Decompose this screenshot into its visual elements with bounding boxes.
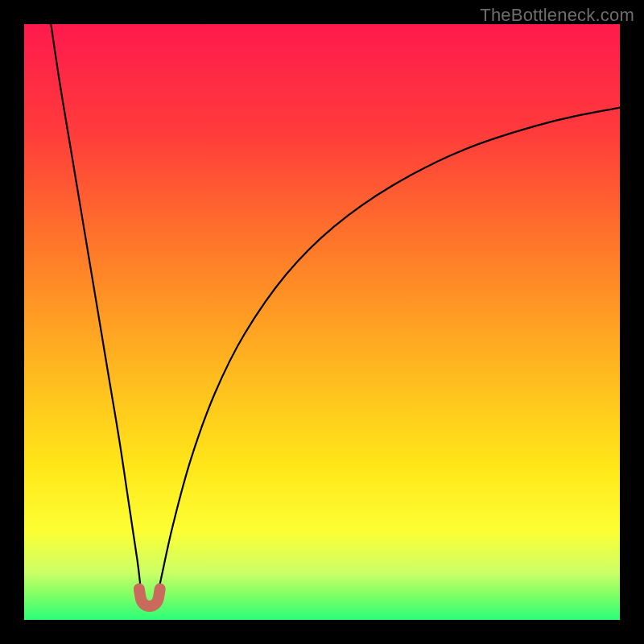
outer-frame: TheBottleneck.com [0, 0, 644, 644]
left-branch-curve [51, 24, 143, 605]
right-branch-curve [155, 108, 620, 605]
bottom-u-marker [139, 589, 160, 607]
watermark-text: TheBottleneck.com [480, 5, 634, 26]
plot-area [24, 24, 620, 620]
chart-curves [24, 24, 620, 620]
